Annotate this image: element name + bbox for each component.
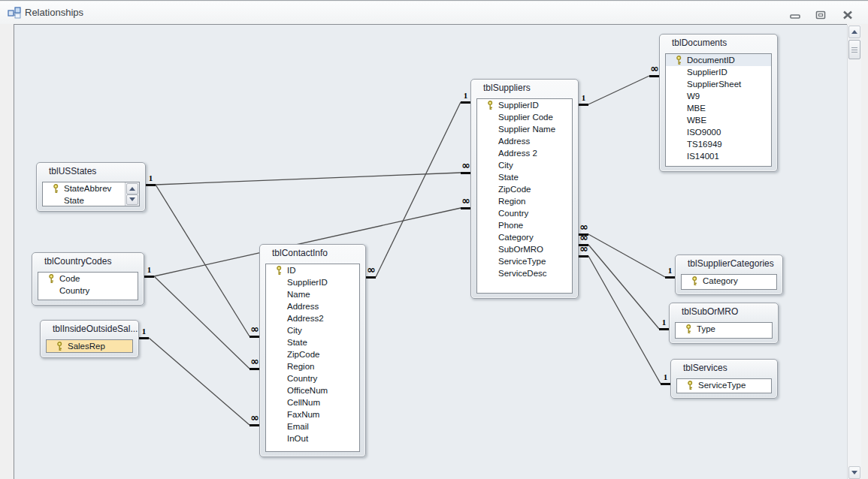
field-name: City (498, 161, 513, 170)
field-row-state[interactable]: State (43, 194, 125, 206)
field-row-address2[interactable]: Address2 (266, 312, 359, 324)
field-row-iso9000[interactable]: ISO9000 (666, 126, 771, 138)
field-name: Region (498, 197, 525, 206)
field-name: SubOrMRO (498, 245, 543, 254)
field-row-cellnum[interactable]: CellNum (266, 396, 359, 408)
field-row-country[interactable]: Country (266, 372, 359, 384)
field-row-supplierid[interactable]: SupplierID (666, 66, 771, 78)
field-name: WBE (687, 116, 706, 125)
table-tblInsideOutsideSal[interactable]: tblInsideOutsideSal...SalesRep (40, 320, 139, 358)
field-row-servicetype[interactable]: ServiceType (677, 379, 771, 391)
field-row-supplierid[interactable]: SupplierID (266, 276, 359, 288)
field-list: StateAbbrevState (42, 182, 140, 206)
field-row-phone[interactable]: Phone (477, 219, 572, 231)
field-scroll-down-button[interactable] (126, 194, 138, 206)
scroll-down-button[interactable] (848, 466, 860, 479)
field-row-suppliersheet[interactable]: SupplierSheet (666, 78, 771, 90)
cardinality-bar (461, 101, 470, 104)
field-row-is14001[interactable]: IS14001 (666, 150, 771, 162)
field-row-city[interactable]: City (477, 159, 572, 171)
field-row-mbe[interactable]: MBE (666, 102, 771, 114)
minimize-button[interactable] (786, 9, 804, 21)
field-row-w9[interactable]: W9 (666, 90, 771, 102)
field-row-stateabbrev[interactable]: StateAbbrev (43, 182, 125, 194)
field-row-country[interactable]: Country (38, 285, 138, 297)
cardinality-many-label: ∞ (576, 233, 592, 243)
cardinality-bar (461, 172, 470, 174)
table-tblSubOrMRO[interactable]: tblSubOrMROType (669, 303, 779, 344)
table-title: tblUSStates (37, 163, 145, 179)
field-name: StateAbbrev (64, 184, 111, 193)
field-name: State (64, 196, 84, 205)
close-button[interactable] (839, 9, 857, 21)
field-row-zipcode[interactable]: ZipCode (477, 183, 572, 195)
window-titlebar[interactable]: Relationships (0, 2, 868, 24)
cardinality-many-label: ∞ (458, 161, 474, 170)
table-field-scrollbar[interactable] (125, 182, 139, 206)
field-row-salesrep[interactable]: SalesRep (47, 340, 132, 352)
scrollbar-thumb[interactable] (848, 40, 860, 59)
field-row-category[interactable]: Category (477, 231, 572, 243)
cardinality-bar (661, 383, 670, 385)
field-row-zipcode[interactable]: ZipCode (266, 348, 359, 360)
field-row-address[interactable]: Address (266, 300, 359, 312)
field-name: Address (287, 302, 319, 311)
field-row-supplier-code[interactable]: Supplier Code (477, 111, 572, 123)
cardinality-one-label: 1 (662, 266, 679, 275)
field-row-state[interactable]: State (266, 336, 359, 348)
field-row-address-2[interactable]: Address 2 (477, 147, 572, 159)
field-scroll-up-button[interactable] (126, 183, 138, 194)
field-row-officenum[interactable]: OfficeNum (266, 384, 359, 396)
field-row-id[interactable]: ID (266, 264, 359, 276)
field-row-city[interactable]: City (266, 324, 359, 336)
scroll-up-button[interactable] (848, 26, 860, 38)
table-tblUSStates[interactable]: tblUSStatesStateAbbrevState (36, 162, 146, 212)
cardinality-bar (250, 336, 259, 338)
field-row-address[interactable]: Address (477, 135, 572, 147)
field-name: MBE (687, 104, 706, 113)
field-row-faxnum[interactable]: FaxNum (266, 408, 359, 420)
table-title: tblDocuments (660, 35, 777, 51)
field-row-region[interactable]: Region (266, 360, 359, 372)
table-tblContactInfo[interactable]: tblContactInfoIDSupplierIDNameAddressAdd… (259, 244, 366, 457)
field-row-subormro[interactable]: SubOrMRO (477, 243, 572, 255)
field-row-wbe[interactable]: WBE (666, 114, 771, 126)
field-row-supplier-name[interactable]: Supplier Name (477, 123, 572, 135)
field-row-code[interactable]: Code (38, 273, 138, 285)
field-name: Supplier Code (498, 113, 553, 122)
field-name: Address2 (287, 314, 324, 323)
field-row-supplierid[interactable]: SupplierID (477, 99, 572, 111)
field-row-servicedesc[interactable]: ServiceDesc (477, 267, 572, 279)
field-list: SupplierIDSupplier CodeSupplier NameAddr… (476, 98, 573, 294)
relationships-window-icon (8, 7, 21, 19)
table-title: tblSupplierCategories (676, 255, 782, 272)
restore-button[interactable] (812, 9, 830, 21)
cardinality-one-label: 1 (141, 265, 158, 274)
field-row-documentid[interactable]: DocumentID (666, 54, 771, 66)
field-name: Code (59, 274, 80, 283)
field-name: IS14001 (687, 152, 719, 161)
cardinality-one-label: 1 (658, 372, 674, 381)
cardinality-bar (250, 368, 259, 370)
field-name: ZipCode (498, 185, 531, 194)
field-row-ts16949[interactable]: TS16949 (666, 138, 771, 150)
table-tblSupplierCategories[interactable]: tblSupplierCategoriesCategory (675, 255, 783, 295)
field-row-servicetype[interactable]: ServiceType (477, 255, 572, 267)
field-row-country[interactable]: Country (477, 207, 572, 219)
field-row-state[interactable]: State (477, 171, 572, 183)
table-tblSuppliers[interactable]: tblSuppliersSupplierIDSupplier CodeSuppl… (470, 79, 579, 299)
field-row-region[interactable]: Region (477, 195, 572, 207)
field-row-type[interactable]: Type (676, 323, 772, 335)
field-row-name[interactable]: Name (266, 288, 359, 300)
table-tblServices[interactable]: tblServicesServiceType (670, 359, 778, 399)
cardinality-bar (144, 276, 154, 278)
field-row-inout[interactable]: InOut (266, 432, 359, 444)
table-tblDocuments[interactable]: tblDocumentsDocumentIDSupplierIDSupplier… (659, 34, 778, 172)
field-row-email[interactable]: Email (266, 420, 359, 432)
table-tblCountryCodes[interactable]: tblCountryCodesCodeCountry (32, 252, 144, 306)
vertical-scrollbar[interactable] (847, 25, 861, 479)
cardinality-bar (579, 104, 588, 106)
field-name: Region (287, 362, 314, 371)
primary-key-icon (50, 184, 62, 194)
field-row-category[interactable]: Category (682, 275, 776, 287)
